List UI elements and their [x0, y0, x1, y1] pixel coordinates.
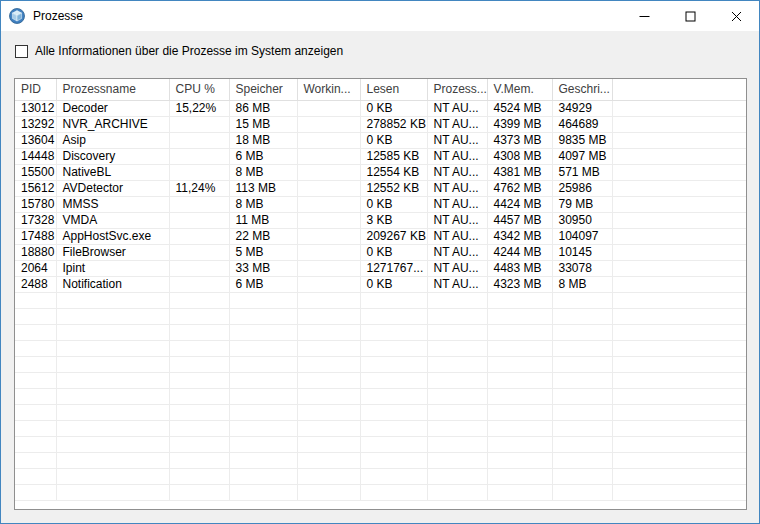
maximize-button[interactable]: [667, 1, 713, 31]
cell: 4524 MB: [487, 100, 552, 116]
cell: [427, 340, 487, 356]
column-header-pid[interactable]: PID: [15, 79, 56, 100]
process-row[interactable]: 13012Decoder15,22%86 MB0 KBNT AU...4524 …: [15, 100, 746, 116]
cell: 4244 MB: [487, 244, 552, 260]
cell: 15,22%: [169, 100, 229, 116]
process-row[interactable]: 18880FileBrowser5 MB0 KBNT AU...4244 MB1…: [15, 244, 746, 260]
titlebar[interactable]: Prozesse: [1, 1, 759, 31]
cell: NativeBL: [56, 164, 169, 180]
cell: [297, 388, 360, 404]
cell: 8 MB: [229, 164, 297, 180]
maximize-icon: [685, 11, 696, 22]
close-button[interactable]: [713, 1, 759, 31]
cell: 10145: [552, 244, 612, 260]
process-row[interactable]: 17488AppHostSvc.exe22 MB209267 KBNT AU..…: [15, 228, 746, 244]
cell: [612, 452, 746, 468]
column-header-geschri[interactable]: Geschri...: [552, 79, 612, 100]
cell: 30950: [552, 212, 612, 228]
cell: 17488: [15, 228, 56, 244]
cell: [56, 356, 169, 372]
cell: [169, 452, 229, 468]
column-header-lesen[interactable]: Lesen: [360, 79, 427, 100]
column-header-prozessname[interactable]: Prozessname: [56, 79, 169, 100]
process-row[interactable]: 13604Asip18 MB0 KBNT AU...4373 MB9835 MB: [15, 132, 746, 148]
process-row[interactable]: 13292NVR_ARCHIVE15 MB278852 KBNT AU...43…: [15, 116, 746, 132]
cell: [612, 180, 746, 196]
cell: [169, 468, 229, 484]
cell: 4097 MB: [552, 148, 612, 164]
cell: [15, 324, 56, 340]
cell: NT AU...: [427, 180, 487, 196]
process-row[interactable]: 15500NativeBL8 MB12554 KBNT AU...4381 MB…: [15, 164, 746, 180]
cell: [297, 260, 360, 276]
cell: [612, 340, 746, 356]
cell: NT AU...: [427, 244, 487, 260]
cell: NT AU...: [427, 276, 487, 292]
cell: [427, 324, 487, 340]
cell: 278852 KB: [360, 116, 427, 132]
column-header-workin[interactable]: Workin...: [297, 79, 360, 100]
minimize-button[interactable]: [621, 1, 667, 31]
empty-row: [15, 420, 746, 436]
column-header-prozess[interactable]: Prozess...: [427, 79, 487, 100]
cell: [15, 404, 56, 420]
cell: [297, 436, 360, 452]
cell: 34929: [552, 100, 612, 116]
cell: 4323 MB: [487, 276, 552, 292]
cell: [15, 452, 56, 468]
show-all-info-option[interactable]: Alle Informationen über die Prozesse im …: [15, 44, 343, 58]
process-row[interactable]: 2488Notification6 MB0 KBNT AU...4323 MB8…: [15, 276, 746, 292]
cell: [15, 308, 56, 324]
cell: [297, 276, 360, 292]
cell: [552, 468, 612, 484]
process-row[interactable]: 14448Discovery6 MB12585 KBNT AU...4308 M…: [15, 148, 746, 164]
cell: [56, 484, 169, 500]
cell: 15612: [15, 180, 56, 196]
cell: [56, 324, 169, 340]
cell: [297, 452, 360, 468]
cell: [487, 292, 552, 308]
cell: NT AU...: [427, 100, 487, 116]
column-header-speicher[interactable]: Speicher: [229, 79, 297, 100]
column-header-cpu[interactable]: CPU %: [169, 79, 229, 100]
cell: 4342 MB: [487, 228, 552, 244]
cell: [487, 388, 552, 404]
close-icon: [731, 11, 742, 22]
cell: [360, 340, 427, 356]
cell: MMSS: [56, 196, 169, 212]
table-header-row: PIDProzessnameCPU %SpeicherWorkin...Lese…: [15, 79, 746, 100]
cell: Asip: [56, 132, 169, 148]
column-header-v-mem[interactable]: V.Mem.: [487, 79, 552, 100]
cell: 4457 MB: [487, 212, 552, 228]
cell: [612, 372, 746, 388]
cell: NT AU...: [427, 260, 487, 276]
cell: [297, 404, 360, 420]
cell: 6 MB: [229, 276, 297, 292]
cell: [360, 452, 427, 468]
process-row[interactable]: 2064Ipint33 MB1271767...NT AU...4483 MB3…: [15, 260, 746, 276]
cell: 8 MB: [229, 196, 297, 212]
cell: Notification: [56, 276, 169, 292]
process-row[interactable]: 15780MMSS8 MB0 KBNT AU...4424 MB79 MB: [15, 196, 746, 212]
cell: [229, 452, 297, 468]
cell: [15, 292, 56, 308]
cell: [169, 260, 229, 276]
cell: [612, 212, 746, 228]
cell: VMDA: [56, 212, 169, 228]
cell: 13292: [15, 116, 56, 132]
show-all-info-checkbox[interactable]: [15, 45, 28, 58]
cell: 4762 MB: [487, 180, 552, 196]
prozesse-dialog: Prozesse Alle Informationen über die Pro…: [0, 0, 760, 524]
cell: [612, 324, 746, 340]
cell: 12554 KB: [360, 164, 427, 180]
cell: [297, 132, 360, 148]
process-row[interactable]: 15612AVDetector11,24%113 MB12552 KBNT AU…: [15, 180, 746, 196]
cell: [360, 324, 427, 340]
cell: [297, 308, 360, 324]
process-row[interactable]: 17328VMDA11 MB3 KBNT AU...4457 MB30950: [15, 212, 746, 228]
empty-row: [15, 484, 746, 500]
column-header-filler[interactable]: [612, 79, 746, 100]
cell: [297, 468, 360, 484]
cell: [612, 276, 746, 292]
empty-row: [15, 452, 746, 468]
